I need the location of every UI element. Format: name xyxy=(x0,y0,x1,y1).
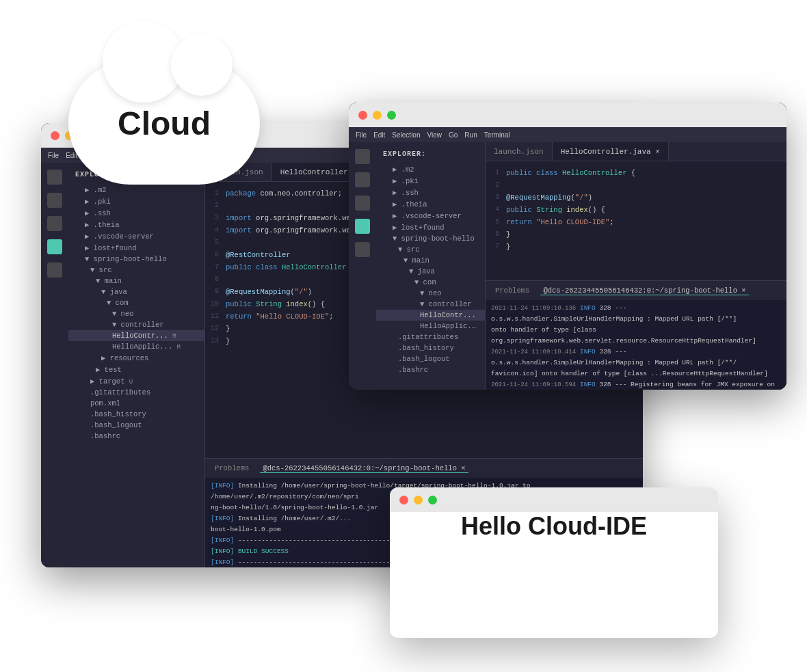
tab-bar-mid: launch.json HelloController.java × xyxy=(486,142,786,161)
mid-menu-selection[interactable]: Selection xyxy=(392,131,420,139)
file-com[interactable]: ▼ com xyxy=(68,297,204,308)
ide-back-sidebar xyxy=(41,163,68,567)
ide-middle-window: File Edit Selection View Go Run Terminal… xyxy=(349,103,786,390)
ide-middle-content: EXPLORER: ▶ .m2 ▶ .pki ▶ .ssh ▶ .theia ▶… xyxy=(349,142,786,390)
mid-panel-terminal[interactable]: @dcs-262234455056146432:0:~/spring-boot-… xyxy=(540,286,748,295)
file-helloapplication[interactable]: HelloApplic... M xyxy=(68,341,204,352)
cloud-container: Cloud xyxy=(55,41,274,191)
panel-tabs-back: Problems @dcs-262234455056146432:0:~/spr… xyxy=(205,459,643,478)
mid-menu-go[interactable]: Go xyxy=(449,131,458,139)
mid-files-icon[interactable] xyxy=(355,149,370,164)
mid-file-ssh[interactable]: ▶ .ssh xyxy=(376,187,485,198)
file-ssh[interactable]: ▶ .ssh xyxy=(68,207,204,219)
mid-file-com[interactable]: ▼ com xyxy=(376,277,485,288)
file-explorer-back: EXPLORER: ▶ .m2 ▶ .pki ▶ .ssh ▶ .theia ▶… xyxy=(68,163,205,567)
mid-file-theia[interactable]: ▶ .theia xyxy=(376,198,485,210)
mid-file-m2[interactable]: ▶ .m2 xyxy=(376,163,485,175)
git-icon[interactable] xyxy=(47,216,62,231)
file-theia[interactable]: ▶ .theia xyxy=(68,219,204,230)
file-gitattributes[interactable]: .gitattributes xyxy=(68,387,204,398)
mid-file-helloapplication[interactable]: HelloApplic... xyxy=(376,321,485,332)
panel-tab-terminal[interactable]: @dcs-262234455056146432:0:~/spring-boot-… xyxy=(260,464,468,473)
file-src[interactable]: ▼ src xyxy=(68,265,204,275)
mid-tab-launch[interactable]: launch.json xyxy=(486,142,553,161)
mid-file-pki[interactable]: ▶ .pki xyxy=(376,175,485,187)
code-area-mid: launch.json HelloController.java × 1publ… xyxy=(486,142,786,390)
close-dot-browser[interactable] xyxy=(399,496,408,505)
minimize-dot-browser[interactable] xyxy=(414,496,423,505)
debug-icon[interactable] xyxy=(47,239,62,254)
mid-search-icon[interactable] xyxy=(355,172,370,187)
maximize-dot-browser[interactable] xyxy=(428,496,437,505)
panel-tabs-mid: Problems @dcs-262234455056146432:0:~/spr… xyxy=(486,281,786,300)
file-vscode[interactable]: ▶ .vscode-server xyxy=(68,230,204,242)
code-lines-mid: 1public class HelloController { 2 3 @Req… xyxy=(486,161,786,280)
mid-file-neo[interactable]: ▼ neo xyxy=(376,288,485,299)
file-explorer-mid: EXPLORER: ▶ .m2 ▶ .pki ▶ .ssh ▶ .theia ▶… xyxy=(376,142,486,390)
browser-chrome xyxy=(390,487,718,512)
mid-file-java[interactable]: ▼ java xyxy=(376,266,485,277)
mid-file-bashlogout[interactable]: .bash_logout xyxy=(376,353,485,364)
mid-file-bashrc[interactable]: .bashrc xyxy=(376,364,485,375)
mid-menu-file[interactable]: File xyxy=(356,131,367,139)
hello-cloud-ide-text: Hello Cloud-IDE xyxy=(461,512,647,541)
file-neo[interactable]: ▼ neo xyxy=(68,308,204,319)
ide-middle-menu: File Edit Selection View Go Run Terminal xyxy=(349,127,786,142)
cloud-shape: Cloud xyxy=(68,62,260,185)
file-spring[interactable]: ▼ spring-boot-hello xyxy=(68,254,204,265)
mid-file-src[interactable]: ▼ src xyxy=(376,244,485,255)
file-lostfound[interactable]: ▶ lost+found xyxy=(68,242,204,254)
minimize-dot-mid[interactable] xyxy=(373,111,382,120)
file-controller[interactable]: ▼ controller xyxy=(68,319,204,330)
mid-debug-icon[interactable] xyxy=(355,219,370,234)
terminal-content-mid: 2021-11-24 11:09:10.136 INFO 328 --- o.s… xyxy=(486,300,786,390)
browser-content: Hello Cloud-IDE xyxy=(390,512,718,541)
mid-file-bashhistory[interactable]: .bash_history xyxy=(376,342,485,353)
mid-file-glitattributes[interactable]: .gitattributes xyxy=(376,332,485,342)
maximize-dot-mid[interactable] xyxy=(387,111,396,120)
terminal-panel-mid: Problems @dcs-262234455056146432:0:~/spr… xyxy=(486,280,786,390)
extensions-icon[interactable] xyxy=(47,263,62,278)
file-target[interactable]: ▶ target U xyxy=(68,375,204,387)
file-bash-logout[interactable]: .bash_logout xyxy=(68,420,204,431)
mid-file-hellocontroller[interactable]: HelloContr... xyxy=(376,310,485,321)
mid-file-lostfound[interactable]: ▶ lost+found xyxy=(376,221,485,233)
file-bash-history[interactable]: .bash_history xyxy=(68,409,204,420)
search-icon[interactable] xyxy=(47,193,62,208)
mid-menu-edit[interactable]: Edit xyxy=(373,131,385,139)
file-resources[interactable]: ▶ resources xyxy=(68,352,204,364)
file-java[interactable]: ▼ java xyxy=(68,286,204,297)
mid-explorer-header: EXPLORER: xyxy=(376,148,485,161)
panel-tab-problems[interactable]: Problems xyxy=(212,464,252,472)
file-pki[interactable]: ▶ .pki xyxy=(68,196,204,207)
ide-middle-sidebar xyxy=(349,142,376,390)
close-dot-mid[interactable] xyxy=(358,111,367,120)
ide-middle-chrome xyxy=(349,103,786,127)
mid-git-icon[interactable] xyxy=(355,196,370,211)
mid-menu-terminal[interactable]: Terminal xyxy=(484,131,510,139)
mid-extensions-icon[interactable] xyxy=(355,242,370,257)
mid-file-main[interactable]: ▼ main xyxy=(376,255,485,266)
file-main[interactable]: ▼ main xyxy=(68,275,204,286)
mid-file-controller[interactable]: ▼ controller xyxy=(376,299,485,310)
mid-file-spring[interactable]: ▼ spring-boot-hello xyxy=(376,233,485,244)
scene: Cloud File Edit Selection View Go Run Te… xyxy=(0,0,807,672)
mid-menu-run[interactable]: Run xyxy=(464,131,477,139)
browser-front-window: Hello Cloud-IDE xyxy=(390,487,718,638)
cloud-label: Cloud xyxy=(118,105,211,142)
mid-file-vscode[interactable]: ▶ .vscode-server xyxy=(376,210,485,221)
file-test[interactable]: ▶ test xyxy=(68,364,204,375)
file-pomxml[interactable]: pom.xml xyxy=(68,398,204,409)
file-hellocontroller[interactable]: HelloContr... M xyxy=(68,330,204,341)
file-bashrc[interactable]: .bashrc xyxy=(68,431,204,442)
mid-menu-view[interactable]: View xyxy=(427,131,442,139)
mid-panel-problems[interactable]: Problems xyxy=(492,286,532,295)
mid-tab-hellocontroller[interactable]: HelloController.java × xyxy=(553,142,669,161)
